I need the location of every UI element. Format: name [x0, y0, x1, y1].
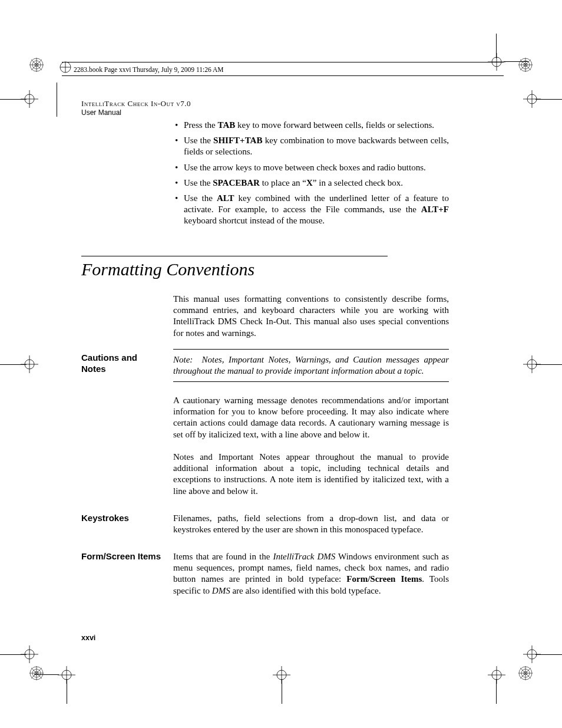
crop-line — [0, 99, 27, 100]
cautions-para-2: Notes and Important Notes appear through… — [173, 452, 449, 497]
running-head-subtitle: User Manual — [81, 108, 191, 117]
crop-target-bottom-left — [21, 645, 34, 658]
crop-rosette-bottom-left — [29, 666, 42, 679]
book-tag-text: 2283.book Page xxvi Thursday, July 9, 20… — [74, 66, 224, 73]
crop-line — [535, 99, 562, 100]
crop-rosette-top-right — [518, 58, 531, 71]
side-label-keystrokes: Keystrokes — [81, 513, 164, 524]
page-number: xxvi — [81, 634, 95, 642]
crop-line — [67, 679, 67, 704]
frame-header: 2283.book Page xxvi Thursday, July 9, 20… — [62, 62, 504, 65]
crop-target-top-left — [21, 90, 34, 103]
frame-header-underline — [62, 75, 504, 76]
formscreen-body: Items that are found in the IntelliTrack… — [173, 551, 449, 597]
running-head-title: IntelliTrack Check In-Out v7.0 — [81, 99, 191, 108]
note-lead: Note: — [173, 355, 193, 364]
list-item: Use the arrow keys to move between check… — [184, 162, 449, 173]
crop-target-top-right-b — [523, 90, 536, 103]
section-rule — [81, 256, 388, 256]
crop-target-right-mid — [523, 355, 536, 368]
note-body: Notes, Important Notes, Warnings, and Ca… — [173, 355, 449, 375]
crop-line — [57, 83, 57, 117]
crop-line — [282, 679, 282, 704]
list-item: Use the SPACEBAR to place an “X” in a se… — [184, 177, 449, 189]
crop-line — [496, 34, 497, 58]
section-title: Formatting Conventions — [81, 259, 254, 279]
cautions-para-1: A cautionary warning message denotes rec… — [173, 395, 449, 440]
crop-rosette-bottom-right — [518, 666, 531, 679]
crop-target-bottom-right — [523, 645, 536, 658]
keyboard-bullet-list: Press the TAB key to move forward betwee… — [173, 120, 449, 231]
crop-line — [0, 364, 27, 365]
list-item: Press the TAB key to move forward betwee… — [184, 120, 449, 131]
crop-target-bottom-left-b — [58, 666, 71, 679]
crop-rosette-top-left — [29, 58, 42, 71]
page: 2283.book Page xxvi Thursday, July 9, 20… — [0, 0, 562, 728]
page-mark-icon — [59, 61, 72, 76]
crop-target-bottom-right-b — [488, 666, 501, 679]
crop-target-bottom-center — [273, 666, 286, 679]
crop-line — [496, 679, 497, 704]
side-label-formscreen: Form/Screen Items — [81, 551, 164, 562]
running-head: IntelliTrack Check In-Out v7.0 User Manu… — [81, 99, 191, 117]
section-intro-text: This manual uses formatting conventions … — [173, 294, 449, 338]
crop-line — [535, 364, 562, 365]
list-item: Use the SHIFT+TAB key combination to mov… — [184, 135, 449, 157]
crop-line — [535, 654, 562, 655]
section-intro: This manual uses formatting conventions … — [173, 294, 449, 339]
crop-line — [504, 61, 528, 62]
crop-line — [0, 654, 27, 655]
keystrokes-body: Filenames, paths, field selections from … — [173, 513, 449, 535]
crop-target-left-mid — [21, 355, 34, 368]
list-item: Use the ALT key combined with the underl… — [184, 193, 449, 227]
note-box: Note: Notes, Important Notes, Warnings, … — [173, 349, 449, 382]
side-label-cautions: Cautions and Notes — [81, 353, 164, 375]
crop-line — [34, 674, 59, 675]
